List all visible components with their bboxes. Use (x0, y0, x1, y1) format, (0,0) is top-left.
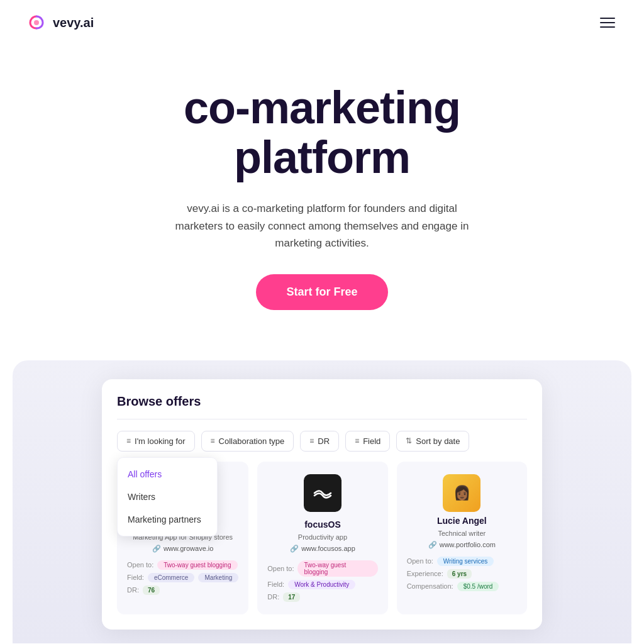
field-row-growave: Field: eCommerce Marketing (127, 573, 238, 582)
dr-row-growave: DR: 76 (127, 586, 238, 595)
filter-bar: ≡ I'm looking for All offers Writers Mar… (117, 431, 527, 452)
card-desc-focusos: Productivity app (298, 533, 347, 541)
compensation-tag-lucie: $0.5 /word (457, 582, 499, 591)
filter-looking-for[interactable]: ≡ I'm looking for (117, 431, 195, 452)
filter-label-dr: DR (318, 436, 330, 446)
card-name-focusos: focusOS (304, 519, 341, 530)
card-name-lucie: Lucie Angel (437, 516, 487, 526)
open-to-tag-lucie: Writing services (437, 557, 494, 566)
hamburger-menu[interactable] (596, 14, 619, 31)
filter-icon-looking-for: ≡ (126, 436, 131, 445)
filter-label-sort-date: Sort by date (416, 436, 460, 446)
open-to-row-growave: Open to: Two-way guest blogging (127, 560, 238, 570)
filter-sort-date[interactable]: ⇅ Sort by date (396, 431, 469, 452)
filter-icon-field: ≡ (355, 436, 359, 445)
open-to-row-focusos: Open to: Two-way guest blogging (267, 560, 377, 577)
navbar: vevy.ai (0, 0, 644, 45)
filter-label-looking-for: I'm looking for (135, 436, 186, 446)
dropdown-item-all-offers[interactable]: All offers (118, 463, 217, 486)
link-icon-growave: 🔗 (152, 545, 161, 553)
filter-label-field: Field (363, 436, 380, 446)
svg-point-0 (34, 20, 39, 25)
card-meta-growave: Open to: Two-way guest blogging Field: e… (127, 560, 238, 595)
hamburger-line-1 (600, 18, 615, 19)
hamburger-line-2 (600, 22, 615, 23)
open-to-tag-growave: Two-way guest blogging (157, 560, 237, 570)
dr-badge-focusos: 17 (283, 592, 300, 602)
logo-text: vevy.ai (53, 16, 94, 30)
hero-title: co-marketing platform (25, 83, 619, 182)
browse-title: Browse offers (117, 394, 527, 419)
filter-dr[interactable]: ≡ DR (300, 431, 339, 452)
cta-button[interactable]: Start for Free (256, 274, 387, 310)
card-focusos[interactable]: focusOS Productivity app 🔗 www.focusos.a… (257, 462, 387, 614)
filter-collab-type[interactable]: ≡ Collaboration type (201, 431, 294, 452)
field-tag-productivity: Work & Productivity (288, 580, 355, 589)
field-tag-ecommerce: eCommerce (148, 573, 194, 582)
logo-icon (25, 11, 48, 34)
app-preview-section: Browse offers ≡ I'm looking for All offe… (13, 360, 631, 643)
hero-title-line1: co-marketing (184, 82, 460, 133)
card-logo-lucie: 👩🏾 (443, 474, 480, 512)
compensation-row-lucie: Compensation: $0.5 /word (407, 582, 517, 591)
app-window: Browse offers ≡ I'm looking for All offe… (102, 379, 542, 630)
filter-field[interactable]: ≡ Field (345, 431, 390, 452)
hamburger-line-3 (600, 26, 615, 28)
dr-badge-growave: 76 (143, 586, 160, 595)
looking-for-dropdown-menu: All offers Writers Marketing partners (117, 457, 218, 536)
card-meta-lucie: Open to: Writing services Experience: 6 … (407, 557, 517, 591)
dr-row-focusos: DR: 17 (267, 592, 377, 602)
card-link-focusos: 🔗 www.focusos.app (290, 545, 355, 553)
logo[interactable]: vevy.ai (25, 11, 94, 34)
dropdown-item-writers[interactable]: Writers (118, 486, 217, 508)
field-tag-marketing: Marketing (198, 573, 238, 582)
card-logo-focusos (304, 474, 341, 512)
experience-row-lucie: Experience: 6 yrs (407, 569, 517, 579)
looking-for-dropdown-container: ≡ I'm looking for All offers Writers Mar… (117, 431, 195, 452)
card-desc-lucie: Technical writer (438, 530, 486, 537)
link-icon-focusos: 🔗 (290, 545, 299, 553)
card-link-growave: 🔗 www.growave.io (152, 545, 213, 553)
hero-title-line2: platform (234, 132, 410, 182)
filter-icon-collab-type: ≡ (211, 436, 215, 445)
card-meta-focusos: Open to: Two-way guest blogging Field: W… (267, 560, 377, 602)
card-lucie[interactable]: 👩🏾 Lucie Angel Technical writer 🔗 www.po… (397, 462, 527, 614)
field-row-focusos: Field: Work & Productivity (267, 580, 377, 589)
link-icon-lucie: 🔗 (428, 541, 437, 549)
filter-icon-dr: ≡ (309, 436, 314, 445)
filter-label-collab-type: Collaboration type (219, 436, 285, 446)
dropdown-item-marketing-partners[interactable]: Marketing partners (118, 508, 217, 531)
card-link-lucie: 🔗 www.portfolio.com (428, 541, 496, 549)
open-to-row-lucie: Open to: Writing services (407, 557, 517, 566)
open-to-tag-focusos: Two-way guest blogging (297, 560, 377, 577)
experience-badge-lucie: 6 yrs (447, 569, 472, 579)
browse-header: Browse offers (117, 394, 527, 419)
hero-section: co-marketing platform vevy.ai is a co-ma… (0, 45, 644, 335)
filter-icon-sort-date: ⇅ (406, 436, 412, 445)
hero-subtitle: vevy.ai is a co-marketing platform for f… (165, 200, 479, 252)
